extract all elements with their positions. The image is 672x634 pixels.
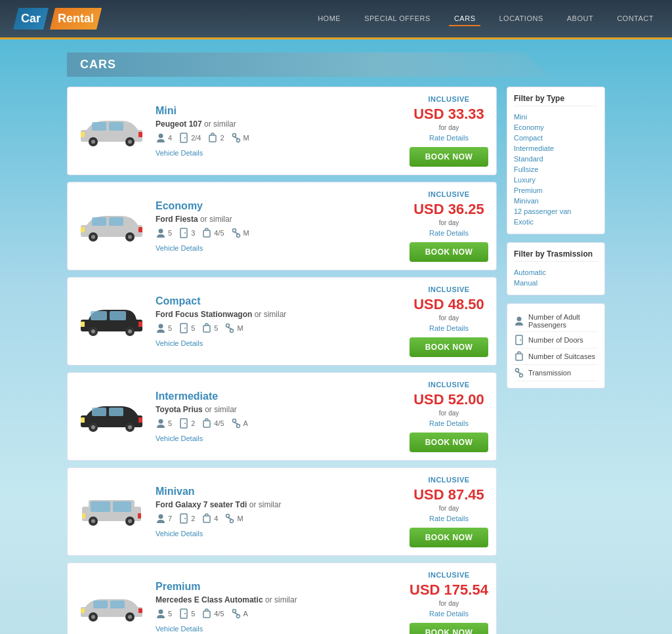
- svg-rect-10: [180, 133, 187, 142]
- nav-item-home[interactable]: HOME: [312, 12, 346, 26]
- car-info: Premium Mercedes E Class Automatic or si…: [156, 581, 402, 633]
- car-price: USD 87.45: [410, 486, 488, 503]
- feature-value: M: [237, 324, 243, 332]
- per-day: for day: [410, 600, 488, 607]
- filter-type-exotic[interactable]: Exotic: [514, 217, 598, 227]
- filter-type-compact[interactable]: Compact: [514, 133, 598, 143]
- page-title: CARS: [80, 58, 592, 72]
- rate-details-link[interactable]: Rate Details: [410, 324, 488, 332]
- filter-trans-manual[interactable]: Manual: [514, 278, 598, 288]
- svg-rect-17: [92, 217, 106, 226]
- vehicle-details-link[interactable]: Vehicle Details: [156, 244, 203, 252]
- filter-type-economy[interactable]: Economy: [514, 122, 598, 133]
- filter-type-luxury[interactable]: Luxury: [514, 175, 598, 185]
- car-price: USD 175.54: [410, 581, 488, 599]
- rate-details-link[interactable]: Rate Details: [410, 134, 488, 142]
- legend-container: Number of Adult Passengers Number of Doo…: [514, 310, 598, 381]
- svg-rect-7: [81, 132, 85, 137]
- filter-type-minivan[interactable]: Minivan: [514, 196, 598, 206]
- feature-icon: [156, 608, 166, 619]
- car-info: Intermediate Toyota Prius or similar 5 2…: [156, 391, 402, 443]
- car-features: 4 2/4 2 M: [156, 133, 402, 143]
- svg-point-62: [236, 424, 240, 427]
- svg-rect-98: [516, 335, 522, 345]
- car-model: Ford Galaxy 7 seater Tdi or similar: [156, 500, 402, 509]
- book-now-button[interactable]: BOOK NOW: [410, 623, 488, 634]
- car-model: Mercedes E Class Automatic or similar: [156, 595, 402, 604]
- filter-trans-automatic[interactable]: Automatic: [514, 267, 598, 278]
- feature-icon: [201, 323, 212, 333]
- inclusive-label: INCLUSIVE: [410, 95, 488, 103]
- feature-icon: [231, 608, 242, 619]
- filter-type-premium[interactable]: Premium: [514, 185, 598, 196]
- car-pricing: INCLUSIVE USD 87.45 for day Rate Details…: [410, 476, 488, 547]
- rate-details-link[interactable]: Rate Details: [410, 515, 488, 522]
- main-content: CARS Mini Peugeot 107 or similar 4: [60, 53, 612, 634]
- svg-rect-82: [93, 601, 108, 608]
- feature-value: A: [243, 610, 248, 618]
- svg-rect-66: [91, 501, 110, 512]
- svg-point-78: [226, 514, 230, 517]
- nav-item-contact[interactable]: CONTACT: [612, 12, 659, 26]
- vehicle-details-link[interactable]: Vehicle Details: [156, 434, 203, 442]
- svg-point-61: [232, 419, 236, 422]
- vehicle-details-link[interactable]: Vehicle Details: [156, 339, 203, 347]
- legend-icon-2: [514, 351, 524, 362]
- car-price: USD 48.50: [410, 296, 488, 313]
- feature-value: 3: [191, 229, 195, 237]
- nav-item-cars[interactable]: CARS: [449, 12, 481, 26]
- rate-details-link[interactable]: Rate Details: [410, 419, 488, 427]
- svg-point-99: [520, 339, 521, 341]
- feature-icon: [156, 133, 166, 143]
- car-model: Peugeot 107 or similar: [156, 119, 402, 129]
- rate-details-link[interactable]: Rate Details: [410, 229, 488, 237]
- filter-transmission-box: Filter by Trasmission AutomaticManual: [507, 242, 605, 295]
- nav-item-special-offers[interactable]: SPECIAL OFFERS: [359, 12, 436, 26]
- vehicle-details-link[interactable]: Vehicle Details: [156, 530, 203, 538]
- vehicle-details-link[interactable]: Vehicle Details: [156, 149, 203, 157]
- feature-value: 2: [191, 419, 195, 427]
- feature-value: M: [237, 515, 243, 522]
- book-now-button[interactable]: BOOK NOW: [410, 147, 488, 167]
- car-image: [75, 113, 148, 149]
- book-now-button[interactable]: BOOK NOW: [410, 528, 488, 547]
- feature-value: 5: [214, 324, 218, 332]
- book-now-button[interactable]: BOOK NOW: [410, 242, 488, 262]
- feature-item: 5: [156, 323, 172, 333]
- nav-item-about[interactable]: ABOUT: [562, 12, 598, 26]
- nav-item-locations[interactable]: LOCATIONS: [494, 12, 548, 26]
- car-list: Mini Peugeot 107 or similar 4 2/4 2 M Ve…: [67, 87, 497, 634]
- svg-point-57: [159, 419, 163, 423]
- car-info: Compact Ford Focus Stationwagon or simil…: [156, 295, 402, 348]
- svg-point-29: [232, 228, 236, 232]
- car-info: Minivan Ford Galaxy 7 seater Tdi or simi…: [156, 486, 402, 538]
- inclusive-label: INCLUSIVE: [410, 190, 488, 198]
- feature-item: 5: [201, 323, 218, 333]
- filter-type-standard[interactable]: Standard: [514, 154, 598, 164]
- filter-type-intermediate[interactable]: Intermediate: [514, 143, 598, 154]
- feature-value: 2: [220, 134, 224, 142]
- car-price: USD 36.25: [410, 201, 488, 218]
- rate-details-link[interactable]: Rate Details: [410, 610, 488, 618]
- feature-value: 5: [168, 229, 172, 237]
- legend-label-3: Transmission: [528, 369, 571, 377]
- filter-type-mini[interactable]: Mini: [514, 112, 598, 122]
- feature-item: 5: [156, 228, 172, 238]
- feature-icon: [201, 513, 212, 524]
- car-type: Mini: [156, 105, 402, 117]
- book-now-button[interactable]: BOOK NOW: [410, 337, 488, 357]
- feature-value: 5: [168, 419, 172, 427]
- filter-type-fullsize[interactable]: Fullsize: [514, 164, 598, 175]
- book-now-button[interactable]: BOOK NOW: [410, 433, 488, 452]
- car-image: [75, 398, 148, 434]
- legend-item-0: Number of Adult Passengers: [514, 310, 598, 332]
- car-card-economy: Economy Ford Fiesta or similar 5 3 4/5 M…: [67, 182, 497, 270]
- car-pricing: INCLUSIVE USD 52.00 for day Rate Details…: [410, 381, 488, 452]
- feature-icon: [178, 228, 189, 238]
- svg-point-41: [159, 324, 163, 328]
- vehicle-details-link[interactable]: Vehicle Details: [156, 625, 203, 633]
- filter-type-12-passenger-van[interactable]: 12 passenger van: [514, 206, 598, 217]
- feature-item: M: [231, 228, 249, 238]
- feature-icon: [231, 418, 242, 429]
- feature-item: 5: [156, 608, 172, 619]
